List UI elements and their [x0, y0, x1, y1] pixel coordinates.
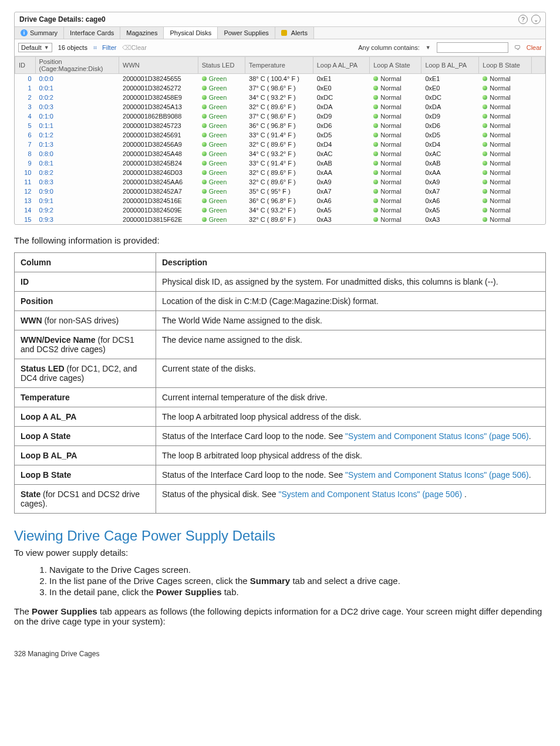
- tab-summary[interactable]: iSummary: [15, 27, 64, 39]
- table-row[interactable]: 40:1:02000001862BB9088Green37° C ( 98.6°…: [15, 112, 545, 121]
- section-paragraph: The Power Supplies tab appears as follow…: [14, 606, 546, 626]
- table-row[interactable]: 120:9:02000001D382452A7Green35° C ( 95° …: [15, 187, 545, 196]
- doc-link[interactable]: "System and Component Status Icons" (pag…: [278, 490, 462, 499]
- doc-col-cell: WWN/Device Name (for DCS1 and DCS2 drive…: [15, 330, 156, 359]
- cell-loop-a-alpa: 0xAA: [313, 168, 370, 177]
- physical-disks-table: ID Position(Cage:Magazine:Disk) WWN Stat…: [15, 56, 545, 224]
- cell-position: 0:1:2: [35, 130, 119, 140]
- cell-spacer: [532, 149, 545, 158]
- cell-spacer: [532, 74, 545, 84]
- table-row[interactable]: 10:0:12000001D38245272Green37° C ( 98.6°…: [15, 83, 545, 93]
- tab-alerts[interactable]: Alerts: [275, 27, 314, 39]
- cell-loop-b-state: Normal: [479, 158, 532, 168]
- cell-temperature: 33° C ( 91.4° F ): [245, 130, 313, 140]
- cell-position: 0:8:2: [35, 168, 119, 177]
- chevron-down-icon[interactable]: ▼: [426, 45, 431, 50]
- doc-desc-cell: Current state of the disks.: [156, 359, 546, 388]
- cell-loop-a-state: Normal: [370, 93, 421, 102]
- cell-spacer: [532, 177, 545, 187]
- doc-desc-header: Description: [156, 253, 546, 272]
- filter-button[interactable]: Filter: [93, 44, 117, 51]
- cell-loop-b-alpa: 0xD5: [421, 130, 479, 140]
- section-heading: Viewing Drive Cage Power Supply Details: [14, 528, 546, 544]
- cell-position: 0:1:3: [35, 140, 119, 149]
- cell-loop-a-alpa: 0xA7: [313, 187, 370, 196]
- cell-temperature: 34° C ( 93.2° F ): [245, 93, 313, 102]
- table-row[interactable]: 30:0:32000001D38245A13Green32° C ( 89.6°…: [15, 102, 545, 112]
- table-row[interactable]: 20:0:22000001D382458E9Green34° C ( 93.2°…: [15, 93, 545, 102]
- cell-spacer: [532, 93, 545, 102]
- doc-row: WWN (for non-SAS drives)The World Wide N…: [15, 311, 546, 330]
- doc-row: Loop A AL_PAThe loop A arbitrated loop p…: [15, 407, 546, 427]
- clear-link[interactable]: Clear: [527, 44, 542, 51]
- tab-interface-cards[interactable]: Interface Cards: [64, 27, 120, 39]
- table-row[interactable]: 140:9:22000001D3824509EGreen34° C ( 93.2…: [15, 205, 545, 215]
- step-1: Navigate to the Drive Cages screen.: [49, 565, 546, 575]
- table-row[interactable]: 00:0:02000001D38245655Green38° C ( 100.4…: [15, 74, 545, 84]
- cell-id: 10: [15, 168, 36, 177]
- cell-position: 0:0:2: [35, 93, 119, 102]
- cell-loop-b-alpa: 0xA9: [421, 177, 479, 187]
- cell-wwn: 2000001D38245723: [119, 121, 198, 130]
- table-row[interactable]: 130:9:12000001D3824516EGreen36° C ( 96.8…: [15, 196, 545, 205]
- view-selector[interactable]: Default▼: [18, 43, 52, 52]
- table-row[interactable]: 100:8:22000001D38246D03Green32° C ( 89.6…: [15, 168, 545, 177]
- doc-col-cell: Position: [15, 292, 156, 311]
- col-id[interactable]: ID: [15, 57, 36, 74]
- doc-col-cell: Loop B AL_PA: [15, 446, 156, 465]
- doc-col-cell: Status LED (for DC1, DC2, and DC4 drive …: [15, 359, 156, 388]
- cell-status: Green: [198, 196, 245, 205]
- cell-loop-b-alpa: 0xAB: [421, 158, 479, 168]
- cell-status: Green: [198, 187, 245, 196]
- object-count: 16 objects: [58, 44, 87, 51]
- panel-title: Drive Cage Details: cage0: [19, 15, 106, 23]
- table-row[interactable]: 70:1:32000001D382456A9Green32° C ( 89.6°…: [15, 140, 545, 149]
- cell-status: Green: [198, 102, 245, 112]
- tab-physical-disks[interactable]: Physical Disks: [164, 27, 218, 39]
- doc-link[interactable]: "System and Component Status Icons" (pag…: [345, 470, 529, 480]
- table-row[interactable]: 60:1:22000001D38245691Green33° C ( 91.4°…: [15, 130, 545, 140]
- cell-temperature: 37° C ( 98.6° F ): [245, 83, 313, 93]
- doc-desc-cell: The device name assigned to the disk.: [156, 330, 546, 359]
- col-temperature[interactable]: Temperature: [245, 57, 313, 74]
- clear-filter-button[interactable]: Clear: [122, 44, 146, 51]
- col-loop-b-state[interactable]: Loop B State: [479, 57, 532, 74]
- cell-temperature: 33° C ( 91.4° F ): [245, 158, 313, 168]
- col-status[interactable]: Status LED: [198, 57, 245, 74]
- cell-loop-a-state: Normal: [370, 130, 421, 140]
- cell-temperature: 32° C ( 89.6° F ): [245, 177, 313, 187]
- cell-temperature: 35° C ( 95° F ): [245, 187, 313, 196]
- alert-icon: [281, 30, 287, 36]
- col-loop-a-state[interactable]: Loop A State: [370, 57, 421, 74]
- table-row[interactable]: 90:8:12000001D38245B24Green33° C ( 91.4°…: [15, 158, 545, 168]
- tab-magazines[interactable]: Magazines: [120, 27, 164, 39]
- cell-status: Green: [198, 93, 245, 102]
- step-2: In the list pane of the Drive Cages scre…: [49, 576, 546, 586]
- table-row[interactable]: 110:8:32000001D38245AA6Green32° C ( 89.6…: [15, 177, 545, 187]
- tab-power-supplies[interactable]: Power Supplies: [218, 27, 275, 39]
- col-wwn[interactable]: WWN: [119, 57, 198, 74]
- table-row[interactable]: 150:9:32000001D3815F62EGreen32° C ( 89.6…: [15, 215, 545, 224]
- cell-status: Green: [198, 112, 245, 121]
- collapse-icon[interactable]: ⌄: [531, 15, 541, 24]
- table-row[interactable]: 80:8:02000001D38245A48Green34° C ( 93.2°…: [15, 149, 545, 158]
- cell-loop-a-state: Normal: [370, 177, 421, 187]
- lead-text: The following information is provided:: [14, 235, 546, 245]
- cell-loop-a-state: Normal: [370, 196, 421, 205]
- cell-wwn: 2000001D3824509E: [119, 205, 198, 215]
- cell-wwn: 2000001D38245B24: [119, 158, 198, 168]
- search-input[interactable]: [437, 42, 508, 53]
- cell-loop-a-alpa: 0xAC: [313, 149, 370, 158]
- col-loop-b-alpa[interactable]: Loop B AL_PA: [421, 57, 479, 74]
- cell-loop-a-state: Normal: [370, 121, 421, 130]
- help-icon[interactable]: ?: [518, 15, 528, 24]
- col-position[interactable]: Position(Cage:Magazine:Disk): [35, 57, 119, 74]
- table-row[interactable]: 50:1:12000001D38245723Green36° C ( 96.8°…: [15, 121, 545, 130]
- cell-status: Green: [198, 149, 245, 158]
- speaker-icon[interactable]: [514, 44, 521, 51]
- cell-spacer: [532, 112, 545, 121]
- cell-position: 0:0:3: [35, 102, 119, 112]
- col-loop-a-alpa[interactable]: Loop A AL_PA: [313, 57, 370, 74]
- cell-loop-b-state: Normal: [479, 102, 532, 112]
- doc-link[interactable]: "System and Component Status Icons" (pag…: [345, 431, 529, 441]
